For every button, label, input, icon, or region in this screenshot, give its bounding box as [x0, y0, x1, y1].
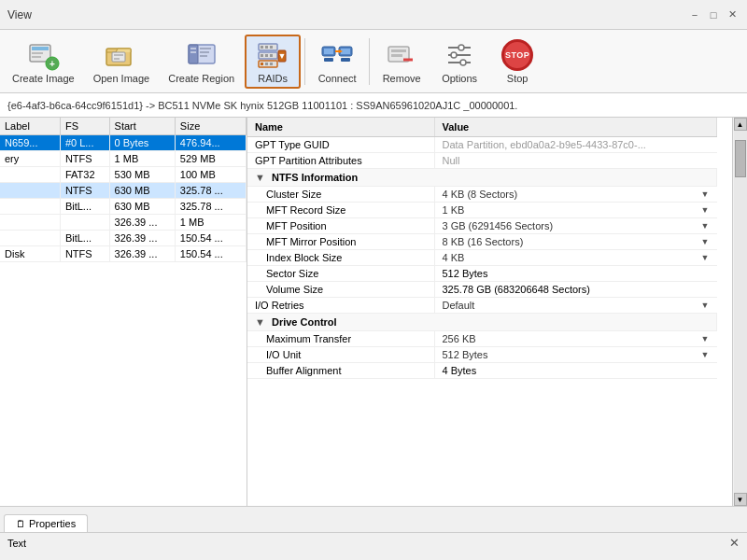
connect-icon — [320, 39, 354, 71]
title-bar: View − □ ✕ — [0, 0, 747, 30]
svg-text:▼: ▼ — [278, 51, 287, 61]
col-header-start: Start — [109, 118, 175, 135]
props-row[interactable]: Volume Size 325.78 GB (683206648 Sectors… — [247, 282, 717, 298]
svg-rect-16 — [200, 55, 207, 57]
props-row[interactable]: MFT Record Size 1 KB ▼ — [247, 203, 717, 218]
col-header-label: Label — [0, 118, 60, 135]
create-image-button[interactable]: + Create Image — [4, 35, 83, 89]
options-icon — [443, 39, 476, 71]
props-row[interactable]: Sector Size 512 Bytes — [247, 266, 717, 282]
create-region-button[interactable]: Create Region — [160, 35, 243, 89]
maximize-button[interactable]: □ — [706, 7, 721, 22]
table-row[interactable]: NTFS 630 MB 325.78 ... — [0, 183, 247, 199]
svg-rect-3 — [32, 56, 41, 58]
minimize-button[interactable]: − — [687, 7, 702, 22]
svg-rect-22 — [261, 54, 263, 57]
connect-button[interactable]: Connect — [309, 35, 365, 89]
svg-rect-40 — [391, 49, 406, 52]
table-row[interactable]: BitL... 326.39 ... 150.54 ... — [0, 231, 247, 246]
raids-button[interactable]: ▼ RAIDs — [245, 35, 301, 89]
create-image-label: Create Image — [12, 73, 75, 84]
scroll-track — [734, 131, 747, 493]
options-button[interactable]: Options — [431, 35, 487, 89]
dropdown-icon: ▼ — [701, 189, 710, 199]
svg-rect-41 — [391, 54, 402, 57]
props-row[interactable]: I/O Unit 512 Bytes ▼ — [247, 347, 717, 363]
stop-button[interactable]: STOP Stop — [489, 35, 545, 89]
left-panel: Label FS Start Size N659... #0 L... 0 By… — [0, 118, 247, 506]
svg-rect-8 — [114, 54, 123, 56]
window-title: View — [7, 8, 32, 21]
svg-rect-38 — [341, 58, 350, 62]
svg-rect-24 — [270, 54, 273, 57]
separator-1 — [304, 38, 305, 85]
drive-control-section-header[interactable]: ▼ Drive Control — [247, 314, 717, 331]
props-row[interactable]: MFT Position 3 GB (6291456 Sectors) ▼ — [247, 218, 717, 234]
properties-tab[interactable]: 🗒 Properties — [4, 514, 88, 532]
dropdown-icon: ▼ — [701, 205, 710, 215]
create-region-label: Create Region — [168, 73, 234, 84]
create-region-icon — [185, 39, 218, 71]
scroll-thumb[interactable] — [735, 140, 746, 177]
raids-icon: ▼ — [256, 39, 289, 71]
status-text: Text — [7, 538, 26, 549]
remove-button[interactable]: Remove — [374, 35, 430, 89]
props-row[interactable]: Buffer Alignment 4 Bytes — [247, 363, 717, 379]
props-row[interactable]: MFT Mirror Position 8 KB (16 Sectors) ▼ — [247, 234, 717, 250]
scroll-down-button[interactable]: ▼ — [734, 493, 747, 506]
svg-rect-12 — [190, 48, 196, 49]
toolbar: + Create Image Open Image — [0, 30, 747, 93]
props-row[interactable]: Maximum Transfer 256 KB ▼ — [247, 331, 717, 347]
svg-rect-20 — [270, 46, 273, 49]
svg-rect-32 — [324, 49, 333, 54]
options-label: Options — [442, 73, 477, 84]
table-row[interactable]: FAT32 530 MB 100 MB — [0, 167, 247, 183]
table-row[interactable]: Disk NTFS 326.39 ... 150.54 ... — [0, 246, 247, 262]
props-row[interactable]: I/O Retries Default ▼ — [247, 298, 717, 314]
table-row[interactable]: 326.39 ... 1 MB — [0, 215, 247, 231]
main-area: Label FS Start Size N659... #0 L... 0 By… — [0, 118, 747, 506]
properties-tab-icon: 🗒 — [16, 519, 25, 529]
svg-text:+: + — [49, 59, 55, 69]
section-toggle-icon: ▼ — [255, 316, 265, 328]
svg-rect-27 — [265, 63, 268, 65]
svg-rect-37 — [324, 58, 333, 62]
col-header-size: Size — [175, 118, 246, 135]
scroll-up-button[interactable]: ▲ — [734, 118, 747, 131]
col-header-fs: FS — [60, 118, 109, 135]
ntfs-section-header[interactable]: ▼ NTFS Information — [247, 169, 717, 187]
svg-point-46 — [451, 52, 457, 58]
svg-rect-1 — [32, 47, 49, 50]
dropdown-icon: ▼ — [701, 301, 710, 310]
window-controls: − □ ✕ — [687, 7, 740, 22]
close-button[interactable]: ✕ — [725, 7, 740, 22]
svg-point-48 — [460, 60, 466, 65]
open-image-button[interactable]: Open Image — [85, 35, 159, 89]
props-row[interactable]: Index Block Size 4 KB ▼ — [247, 250, 717, 266]
svg-rect-9 — [114, 58, 120, 60]
remove-label: Remove — [383, 73, 421, 84]
svg-rect-19 — [265, 46, 268, 49]
svg-rect-2 — [32, 52, 43, 54]
connect-label: Connect — [318, 73, 357, 84]
table-row[interactable]: N659... #0 L... 0 Bytes 476.94... — [0, 135, 247, 151]
props-row[interactable]: GPT Partition Attributes Null — [247, 153, 717, 169]
properties-tab-label: Properties — [29, 518, 76, 529]
props-col-value: Value — [434, 118, 717, 137]
breadcrumb-bar: {e6-4af3-b6ca-64cc9f6151d1} -> BC511 NVM… — [0, 93, 747, 118]
raids-label: RAIDs — [258, 73, 288, 84]
open-image-label: Open Image — [93, 73, 150, 84]
table-row[interactable]: BitL... 630 MB 325.78 ... — [0, 199, 247, 215]
status-bar: Text ✕ — [0, 532, 747, 553]
svg-rect-28 — [270, 63, 273, 65]
props-row[interactable]: GPT Type GUID Data Partition, ebd0a0a2-b… — [247, 137, 717, 153]
table-row[interactable]: ery NTFS 1 MB 529 MB — [0, 151, 247, 167]
stop-icon: STOP — [500, 39, 534, 71]
status-close-button[interactable]: ✕ — [729, 536, 740, 550]
partition-table: Label FS Start Size N659... #0 L... 0 By… — [0, 118, 247, 262]
scrollbar[interactable]: ▲ ▼ — [732, 118, 747, 506]
svg-rect-14 — [200, 48, 211, 49]
dropdown-icon: ▼ — [701, 253, 710, 262]
props-row[interactable]: Cluster Size 4 KB (8 Sectors) ▼ — [247, 187, 717, 203]
svg-rect-23 — [265, 54, 268, 57]
